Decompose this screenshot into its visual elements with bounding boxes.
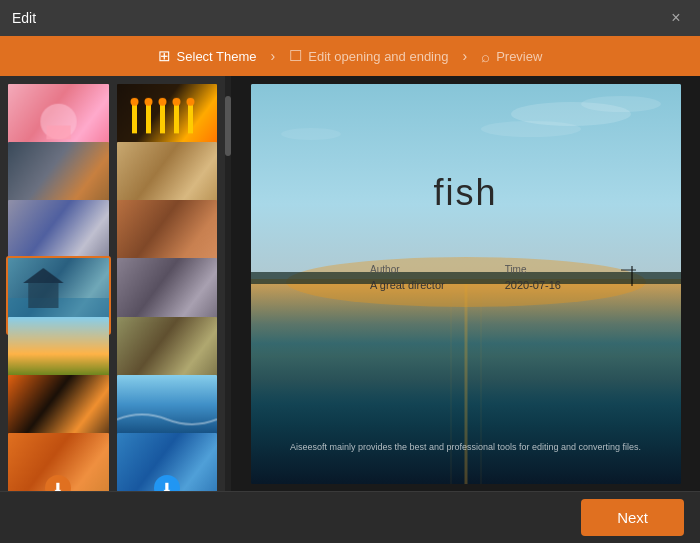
preview-title: fish xyxy=(251,172,681,214)
thumbnail-14[interactable]: ⬇ xyxy=(115,431,220,491)
bottom-bar: Next xyxy=(0,491,700,543)
preview-meta: Author A great director Time 2020-07-16 xyxy=(370,264,561,291)
main-content: ⬇⬇ xyxy=(0,76,700,491)
close-button[interactable]: × xyxy=(664,6,688,30)
author-label: Author xyxy=(370,264,445,275)
step-edit-opening[interactable]: ☐ Edit opening and ending xyxy=(275,47,462,65)
theme-icon: ⊞ xyxy=(158,47,171,65)
next-button[interactable]: Next xyxy=(581,499,684,536)
theme-sidebar: ⬇⬇ xyxy=(0,76,225,491)
step-preview-label: Preview xyxy=(496,49,542,64)
svg-rect-13 xyxy=(621,269,636,271)
time-label: Time xyxy=(505,264,561,275)
preview-footer: Aiseesoft mainly provides the best and p… xyxy=(251,442,681,452)
window-title: Edit xyxy=(12,10,36,26)
preview-area: fish Author A great director Time 2020-0… xyxy=(231,76,700,491)
step-select-theme[interactable]: ⊞ Select Theme xyxy=(144,47,271,65)
svg-point-3 xyxy=(481,121,581,137)
step-edit-label: Edit opening and ending xyxy=(308,49,448,64)
author-col: Author A great director xyxy=(370,264,445,291)
time-col: Time 2020-07-16 xyxy=(505,264,561,291)
title-bar: Edit × xyxy=(0,0,700,36)
preview-card: fish Author A great director Time 2020-0… xyxy=(251,84,681,484)
time-value: 2020-07-16 xyxy=(505,279,561,291)
svg-point-2 xyxy=(581,96,661,112)
preview-icon: ⌕ xyxy=(481,48,490,65)
svg-point-4 xyxy=(281,128,341,140)
thumbnail-13[interactable]: ⬇ xyxy=(6,431,111,491)
edit-icon: ☐ xyxy=(289,47,302,65)
step-preview[interactable]: ⌕ Preview xyxy=(467,48,556,65)
step-select-theme-label: Select Theme xyxy=(177,49,257,64)
step-bar: ⊞ Select Theme › ☐ Edit opening and endi… xyxy=(0,36,700,76)
author-value: A great director xyxy=(370,279,445,291)
